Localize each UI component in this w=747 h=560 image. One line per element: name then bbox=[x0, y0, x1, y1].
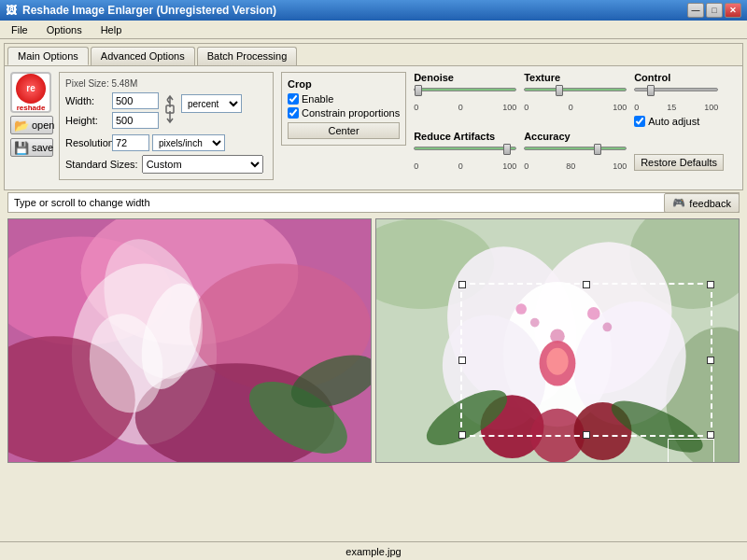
constrain-checkbox[interactable] bbox=[288, 107, 299, 119]
unit-select[interactable]: percent pixels inches cm bbox=[181, 94, 242, 113]
tabs: Main Options Advanced Options Batch Proc… bbox=[5, 44, 742, 65]
left-image-svg bbox=[8, 219, 371, 462]
hint-bar: Type or scroll to change width bbox=[7, 192, 740, 213]
accuracy-section: Accuracy 0 80 100 bbox=[524, 131, 627, 171]
window-title: Reshade Image Enlarger (Unregistered Ver… bbox=[22, 4, 276, 17]
crop-section: Crop Enable Constrain proportions Center bbox=[281, 72, 406, 146]
menu-options[interactable]: Options bbox=[39, 22, 90, 37]
menu-help[interactable]: Help bbox=[93, 22, 130, 37]
control-handle[interactable] bbox=[647, 85, 655, 96]
feedback-icon: 🎮 bbox=[672, 197, 685, 209]
width-label: Width: bbox=[65, 95, 112, 106]
right-panels: Denoise 0 0 100 bbox=[414, 72, 724, 171]
enable-checkbox[interactable] bbox=[288, 93, 299, 105]
control-section: Control 0 15 100 bbox=[634, 72, 718, 127]
resolution-row: Resolution: pixels/inch pixels/cm bbox=[65, 134, 267, 151]
pixel-size-box: Pixel Size: 5.48M Width: Height: bbox=[59, 72, 274, 180]
tab-panel: Main Options Advanced Options Batch Proc… bbox=[4, 43, 743, 190]
accuracy-labels: 0 80 100 bbox=[524, 161, 627, 171]
crop-handle-tr[interactable] bbox=[707, 281, 714, 288]
reduce-artifacts-section: Reduce Artifacts 0 0 100 bbox=[414, 131, 516, 171]
crop-handle-ml[interactable] bbox=[458, 357, 466, 364]
enable-row: Enable bbox=[288, 93, 400, 105]
resolution-label: Resolution: bbox=[65, 137, 112, 148]
maximize-button[interactable]: □ bbox=[706, 3, 723, 18]
constrain-label: Constrain proportions bbox=[302, 107, 400, 119]
tab-content: re reshade 📂 open 💾 save bbox=[5, 65, 742, 189]
standard-sizes-select[interactable]: Custom 640x480 747x560 1024x768 1280x102… bbox=[142, 155, 263, 174]
restore-area: Restore Defaults bbox=[634, 131, 724, 171]
height-label: Height: bbox=[65, 115, 112, 126]
tab-main-options[interactable]: Main Options bbox=[7, 47, 89, 65]
width-input[interactable] bbox=[112, 92, 159, 109]
control-title: Control bbox=[634, 72, 718, 83]
control-labels: 0 15 100 bbox=[634, 103, 718, 112]
accuracy-title: Accuracy bbox=[524, 131, 627, 142]
tab-advanced-options[interactable]: Advanced Options bbox=[91, 47, 195, 65]
denoise-title: Denoise bbox=[414, 72, 516, 83]
width-row: Width: bbox=[65, 92, 159, 109]
logo-image: re reshade bbox=[10, 72, 51, 113]
hint-text: Type or scroll to change width bbox=[14, 197, 150, 208]
accuracy-handle[interactable] bbox=[594, 144, 601, 155]
crop-handle-bc[interactable] bbox=[583, 431, 590, 439]
sliders-group: Denoise 0 0 100 bbox=[414, 72, 724, 127]
auto-adjust-row: Auto adjust bbox=[634, 116, 718, 127]
pixel-size-label: Pixel Size: 5.48M bbox=[65, 78, 267, 89]
texture-title: Texture bbox=[524, 72, 627, 83]
resolution-unit-select[interactable]: pixels/inch pixels/cm bbox=[152, 134, 225, 151]
crop-handle-tl[interactable] bbox=[458, 281, 466, 288]
crop-handle-br[interactable] bbox=[707, 431, 714, 439]
hint-area: Type or scroll to change width 🎮 feedbac… bbox=[4, 192, 743, 213]
height-input[interactable] bbox=[112, 112, 159, 129]
link-dimensions-icon bbox=[163, 92, 176, 126]
tab-inner: re reshade 📂 open 💾 save bbox=[10, 72, 737, 184]
texture-labels: 0 0 100 bbox=[524, 103, 627, 112]
menu-bar: File Options Help bbox=[0, 21, 747, 39]
feedback-button[interactable]: 🎮 feedback bbox=[664, 193, 740, 213]
minimize-button[interactable]: — bbox=[687, 3, 704, 18]
auto-adjust-checkbox[interactable] bbox=[634, 116, 645, 127]
right-image-panel bbox=[375, 218, 740, 463]
left-image-panel bbox=[7, 218, 372, 463]
save-button[interactable]: 💾 save bbox=[10, 138, 53, 157]
reduce-artifacts-title: Reduce Artifacts bbox=[414, 131, 516, 142]
standard-sizes-label: Standard Sizes: bbox=[65, 159, 138, 170]
crop-handle-mr[interactable] bbox=[707, 357, 714, 364]
reduce-artifacts-labels: 0 0 100 bbox=[414, 161, 516, 171]
status-bar: example.jpg bbox=[0, 541, 747, 560]
feedback-label: feedback bbox=[689, 198, 731, 209]
open-button[interactable]: 📂 open bbox=[10, 116, 53, 134]
denoise-labels: 0 0 100 bbox=[414, 103, 516, 112]
reduce-artifacts-handle[interactable] bbox=[503, 144, 511, 155]
crop-title: Crop bbox=[288, 78, 400, 90]
denoise-section: Denoise 0 0 100 bbox=[414, 72, 516, 127]
status-filename: example.jpg bbox=[345, 546, 401, 557]
crop-handle-bl[interactable] bbox=[458, 431, 466, 439]
logo-area: re reshade 📂 open 💾 save bbox=[10, 72, 53, 159]
image-area bbox=[4, 215, 743, 467]
tab-batch-processing[interactable]: Batch Processing bbox=[197, 47, 298, 65]
denoise-handle[interactable] bbox=[415, 85, 422, 96]
constrain-row: Constrain proportions bbox=[288, 107, 400, 119]
crop-handle-tc[interactable] bbox=[583, 281, 590, 288]
resolution-input[interactable] bbox=[112, 134, 149, 151]
texture-slider[interactable] bbox=[524, 88, 627, 101]
title-bar: 🖼 Reshade Image Enlarger (Unregistered V… bbox=[0, 0, 747, 21]
open-icon: 📂 bbox=[14, 119, 29, 133]
reduce-artifacts-slider[interactable] bbox=[414, 147, 516, 160]
menu-file[interactable]: File bbox=[4, 22, 35, 37]
close-button[interactable]: ✕ bbox=[725, 3, 741, 18]
texture-handle[interactable] bbox=[556, 85, 563, 96]
titlebar-buttons: — □ ✕ bbox=[687, 3, 741, 18]
texture-section: Texture 0 0 100 bbox=[524, 72, 627, 127]
height-row: Height: bbox=[65, 112, 159, 129]
restore-defaults-button[interactable]: Restore Defaults bbox=[634, 154, 724, 171]
inner-selection bbox=[668, 439, 714, 463]
accuracy-slider[interactable] bbox=[524, 147, 627, 160]
enable-label: Enable bbox=[302, 93, 333, 105]
denoise-slider[interactable] bbox=[414, 88, 516, 101]
center-button[interactable]: Center bbox=[288, 122, 400, 139]
main-content: Main Options Advanced Options Batch Proc… bbox=[0, 39, 747, 470]
control-slider[interactable] bbox=[634, 88, 718, 101]
